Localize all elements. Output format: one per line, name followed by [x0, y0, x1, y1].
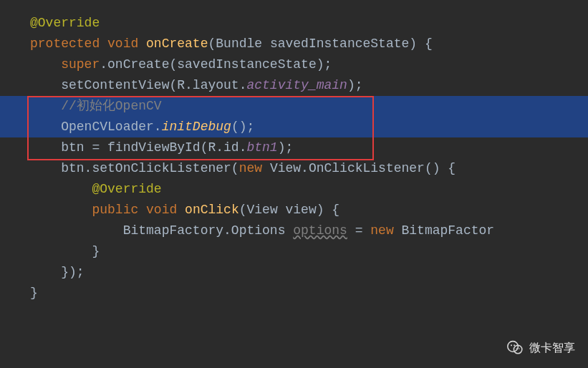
svg-point-4 [516, 348, 518, 349]
unused-variable: options [293, 223, 347, 238]
svg-point-3 [514, 344, 515, 346]
code-line[interactable]: }); [0, 262, 588, 283]
code-line[interactable]: setContentView(R.layout.activity_main); [0, 75, 588, 96]
code-line[interactable]: protected void onCreate(Bundle savedInst… [0, 34, 588, 54]
svg-point-0 [508, 341, 519, 352]
code-line[interactable]: } [0, 241, 588, 262]
code-line[interactable]: //初始化OpenCV [0, 96, 588, 117]
annotation: @Override [30, 16, 100, 30]
wechat-icon [506, 339, 525, 357]
code-line[interactable]: @Override [0, 13, 588, 34]
code-line[interactable]: super.onCreate(savedInstanceState); [0, 54, 588, 75]
svg-point-5 [519, 348, 520, 349]
comment: //初始化OpenCV [61, 99, 161, 113]
code-line[interactable]: btn = findViewById(R.id.btn1); [0, 137, 588, 158]
code-line[interactable]: BitmapFactory.Options options = new Bitm… [0, 221, 588, 241]
code-line[interactable]: @Override [0, 179, 588, 200]
svg-point-2 [511, 344, 512, 346]
watermark-text: 微卡智享 [529, 337, 575, 358]
code-editor[interactable]: @Override protected void onCreate(Bundle… [0, 0, 588, 368]
code-line[interactable]: } [0, 283, 588, 304]
code-line[interactable]: btn.setOnClickListener(new View.OnClickL… [0, 158, 588, 179]
watermark: 微卡智享 [506, 337, 575, 358]
code-line[interactable]: public void onClick(View view) { [0, 200, 588, 221]
code-line[interactable]: OpenCVLoader.initDebug(); [0, 117, 588, 137]
annotation: @Override [92, 182, 161, 196]
